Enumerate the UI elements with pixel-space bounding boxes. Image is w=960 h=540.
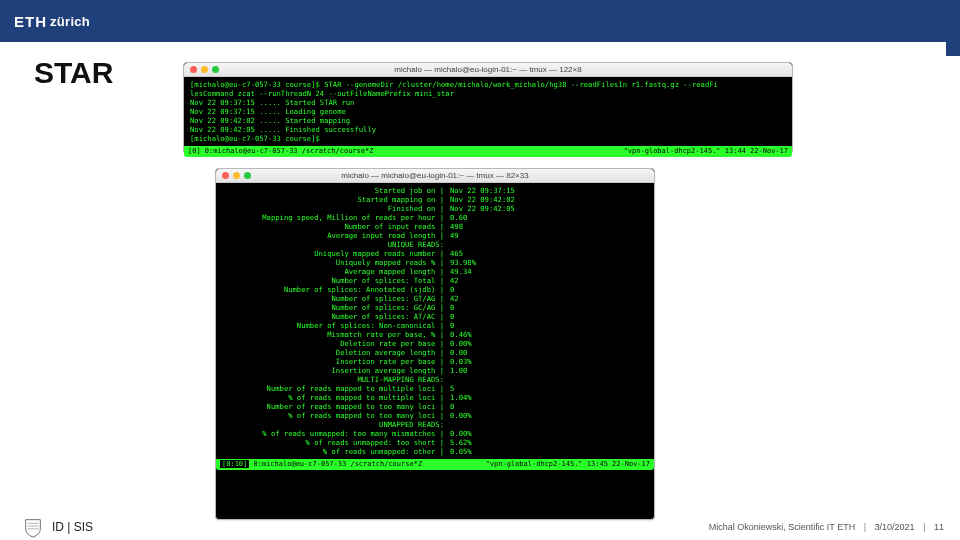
- log-label: Number of reads mapped to multiple loci …: [222, 384, 447, 393]
- log-value: 1.04%: [447, 393, 617, 402]
- log-value: 49.34: [447, 267, 617, 276]
- log-label: Started job on |: [222, 186, 447, 195]
- log-label: Uniquely mapped reads % |: [222, 258, 447, 267]
- logo-eth-text: ETH: [14, 13, 47, 30]
- log-value: 42: [447, 294, 617, 303]
- log-value: Nov 22 09:42:02: [447, 195, 617, 204]
- log-row: Number of reads mapped to multiple loci …: [222, 384, 648, 393]
- log-value: 1.00: [447, 366, 617, 375]
- log-value: 0.00%: [447, 339, 617, 348]
- log-value: 0: [447, 321, 617, 330]
- log-label: UNIQUE READS:: [222, 240, 447, 249]
- log-label: Number of splices: GC/AG |: [222, 303, 447, 312]
- log-row: Number of splices: AT/AC |0: [222, 312, 648, 321]
- log-row: Insertion average length |1.00: [222, 366, 648, 375]
- log-label: % of reads unmapped: too many mismatches…: [222, 429, 447, 438]
- footer-page: 11: [934, 522, 944, 532]
- log-value: [447, 420, 617, 429]
- log-value: 0: [447, 402, 617, 411]
- log-row: % of reads unmapped: too short |5.62%: [222, 438, 648, 447]
- log-row: % of reads mapped to multiple loci |1.04…: [222, 393, 648, 402]
- log-label: % of reads mapped to too many loci |: [222, 411, 447, 420]
- minimize-icon[interactable]: [201, 66, 208, 73]
- log-row: UNMAPPED READS:: [222, 420, 648, 429]
- slide-title: STAR: [34, 56, 113, 90]
- log-value: 0: [447, 285, 617, 294]
- log-value: 5: [447, 384, 617, 393]
- log-label: % of reads mapped to multiple loci |: [222, 393, 447, 402]
- log-label: Number of splices: Annotated (sjdb) |: [222, 285, 447, 294]
- log-row: Mapping speed, Million of reads per hour…: [222, 213, 648, 222]
- log-row: Number of splices: GC/AG |0: [222, 303, 648, 312]
- eth-logo: ETH zürich: [14, 11, 90, 31]
- log-row: Uniquely mapped reads % |93.98%: [222, 258, 648, 267]
- log-label: Mismatch rate per base, % |: [222, 330, 447, 339]
- log-label: Number of splices: Non-canonical |: [222, 321, 447, 330]
- log-value: Nov 22 09:37:15: [447, 186, 617, 195]
- log-row: Started mapping on |Nov 22 09:42:02: [222, 195, 648, 204]
- terminal2-title: michalo — michalo@eu-login-01:~ — tmux —…: [341, 171, 528, 180]
- log-value: 0.00: [447, 348, 617, 357]
- zoom-icon[interactable]: [212, 66, 219, 73]
- terminal1-statusbar: [0] 0:michalo@eu-c7-057-33 /scratch/cour…: [184, 146, 792, 157]
- tmux-badge: [0:10]: [220, 460, 249, 468]
- terminal2-titlebar: michalo — michalo@eu-login-01:~ — tmux —…: [216, 169, 654, 183]
- log-value: 0.00%: [447, 429, 617, 438]
- log-row: Started job on |Nov 22 09:37:15: [222, 186, 648, 195]
- footer-date: 3/10/2021: [875, 522, 915, 532]
- log-row: Insertion rate per base |0.03%: [222, 357, 648, 366]
- log-label: Finished on |: [222, 204, 447, 213]
- log-label: Average input read length |: [222, 231, 447, 240]
- log-value: 498: [447, 222, 617, 231]
- terminal-window-command: michalo — michalo@eu-login-01:~ — tmux —…: [183, 62, 793, 154]
- log-value: [447, 240, 617, 249]
- close-icon[interactable]: [190, 66, 197, 73]
- log-row: Number of reads mapped to too many loci …: [222, 402, 648, 411]
- log-value: 0.46%: [447, 330, 617, 339]
- log-label: Insertion average length |: [222, 366, 447, 375]
- log-label: Number of reads mapped to too many loci …: [222, 402, 447, 411]
- terminal1-title: michalo — michalo@eu-login-01:~ — tmux —…: [394, 65, 581, 74]
- log-row: UNIQUE READS:: [222, 240, 648, 249]
- terminal-window-log: michalo — michalo@eu-login-01:~ — tmux —…: [215, 168, 655, 520]
- log-label: % of reads unmapped: too short |: [222, 438, 447, 447]
- log-value: 0.00%: [447, 411, 617, 420]
- log-row: MULTI-MAPPING READS:: [222, 375, 648, 384]
- log-label: % of reads unmapped: other |: [222, 447, 447, 456]
- terminal2-status-right: "vpn-global-dhcp2-145." 13:45 22-Nov-17: [486, 460, 650, 469]
- log-value: Nov 22 09:42:05: [447, 204, 617, 213]
- log-value: 0.03%: [447, 357, 617, 366]
- log-row: Deletion rate per base |0.00%: [222, 339, 648, 348]
- log-row: Number of splices: GT/AG |42: [222, 294, 648, 303]
- log-row: Finished on |Nov 22 09:42:05: [222, 204, 648, 213]
- terminal1-titlebar: michalo — michalo@eu-login-01:~ — tmux —…: [184, 63, 792, 77]
- log-value: 42: [447, 276, 617, 285]
- terminal2-statusbar: [0:10] 0:michalo@eu-c7-057-33 /scratch/c…: [216, 459, 654, 470]
- log-value: 0: [447, 303, 617, 312]
- minimize-icon[interactable]: [233, 172, 240, 179]
- log-row: Mismatch rate per base, % |0.46%: [222, 330, 648, 339]
- terminal1-body: [michalo@eu-c7-057-33 course]$ STAR --ge…: [184, 77, 792, 146]
- footer-author: Michal Okoniewski, Scientific IT ETH: [709, 522, 855, 532]
- log-value: [447, 375, 617, 384]
- log-row: Number of splices: Total |42: [222, 276, 648, 285]
- log-label: Number of splices: Total |: [222, 276, 447, 285]
- log-value: 93.98%: [447, 258, 617, 267]
- log-label: MULTI-MAPPING READS:: [222, 375, 447, 384]
- log-label: Uniquely mapped reads number |: [222, 249, 447, 258]
- log-row: Average input read length |49: [222, 231, 648, 240]
- zoom-icon[interactable]: [244, 172, 251, 179]
- log-row: % of reads mapped to too many loci |0.00…: [222, 411, 648, 420]
- log-label: Average mapped length |: [222, 267, 447, 276]
- eth-crest-icon: [22, 516, 44, 538]
- log-row: % of reads unmapped: too many mismatches…: [222, 429, 648, 438]
- log-label: Mapping speed, Million of reads per hour…: [222, 213, 447, 222]
- log-value: 5.62%: [447, 438, 617, 447]
- footer-meta: Michal Okoniewski, Scientific IT ETH | 3…: [709, 522, 944, 532]
- footer-dept: ID | SIS: [52, 520, 93, 534]
- close-icon[interactable]: [222, 172, 229, 179]
- log-row: Deletion average length |0.00: [222, 348, 648, 357]
- log-value: 0.05%: [447, 447, 617, 456]
- log-label: Insertion rate per base |: [222, 357, 447, 366]
- log-row: % of reads unmapped: other |0.05%: [222, 447, 648, 456]
